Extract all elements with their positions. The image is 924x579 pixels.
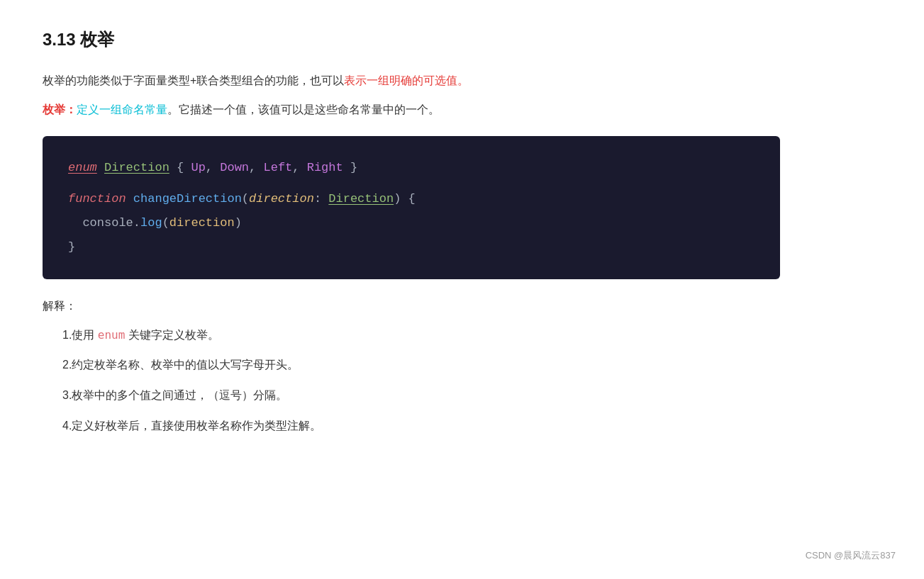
list-num-4: 4. xyxy=(43,416,72,437)
inline-code-enum: enum xyxy=(98,328,126,342)
function-name: changeDirection xyxy=(133,192,242,206)
intro2-rest: 。它描述一个值，该值可以是这些命名常量中的一个。 xyxy=(167,103,440,116)
list-num-3: 3. xyxy=(43,386,72,406)
intro-paragraph-2: 枚举：定义一组命名常量。它描述一个值，该值可以是这些命名常量中的一个。 xyxy=(43,100,881,120)
keyword-function: function xyxy=(68,192,126,206)
intro2-prefix: 枚举： xyxy=(43,103,77,116)
section-title: 3.13 枚举 xyxy=(43,28,881,51)
type-direction: Direction xyxy=(328,192,394,206)
enum-value-up: Up xyxy=(191,161,205,174)
code-line-3: console.log(direction) xyxy=(68,211,755,235)
console-arg-direction: direction xyxy=(169,216,235,230)
explain-title: 解释： xyxy=(43,299,881,314)
keyword-enum: enum xyxy=(68,161,97,174)
intro-paragraph-1: 枚举的功能类似于字面量类型+联合类型组合的功能，也可以表示一组明确的可选值。 xyxy=(43,71,881,91)
list-num-1: 1. xyxy=(43,325,72,346)
code-punctuation: { xyxy=(177,161,191,174)
list-content-2: 约定枚举名称、枚举中的值以大写字母开头。 xyxy=(72,355,881,376)
intro1-highlight: 表示一组明确的可选值。 xyxy=(344,74,469,86)
watermark: CSDN @晨风流云837 xyxy=(806,549,896,562)
list-num-2: 2. xyxy=(43,355,72,376)
list-content-1: 使用 enum 关键字定义枚举。 xyxy=(72,325,881,346)
list-item: 3. 枚举中的多个值之间通过，（逗号）分隔。 xyxy=(43,386,881,406)
console-method-log: log xyxy=(140,216,162,230)
list-content-3: 枚举中的多个值之间通过，（逗号）分隔。 xyxy=(72,386,881,406)
console-obj: console xyxy=(82,216,133,230)
list-item: 1. 使用 enum 关键字定义枚举。 xyxy=(43,325,881,346)
intro1-text-before: 枚举的功能类似于字面量类型+联合类型组合的功能，也可以 xyxy=(43,74,344,86)
enum-value-down: Down xyxy=(220,161,249,174)
code-block: enum Direction { Up, Down, Left, Right }… xyxy=(43,136,780,279)
param-direction: direction xyxy=(249,192,314,206)
code-line-1: enum Direction { Up, Down, Left, Right } xyxy=(68,156,755,180)
code-line-4: } xyxy=(68,235,755,259)
type-name-direction: Direction xyxy=(104,161,169,174)
intro2-highlight: 定义一组命名常量 xyxy=(77,103,167,116)
enum-value-left: Left xyxy=(263,161,292,174)
explanation-list: 1. 使用 enum 关键字定义枚举。 2. 约定枚举名称、枚举中的值以大写字母… xyxy=(43,325,881,437)
code-blank-line xyxy=(68,180,755,187)
code-line-2: function changeDirection(direction: Dire… xyxy=(68,187,755,211)
list-item: 2. 约定枚举名称、枚举中的值以大写字母开头。 xyxy=(43,355,881,376)
list-content-4: 定义好枚举后，直接使用枚举名称作为类型注解。 xyxy=(72,416,881,437)
list-item: 4. 定义好枚举后，直接使用枚举名称作为类型注解。 xyxy=(43,416,881,437)
enum-value-right: Right xyxy=(307,161,343,174)
